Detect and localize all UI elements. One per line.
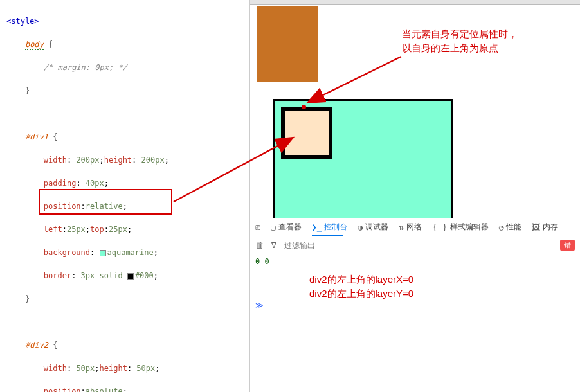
annotation-layerxy: div2的左上角的layerX=0 div2的左上角的layerY=0 <box>309 272 580 301</box>
comment: /* margin: 0px; */ <box>44 63 127 72</box>
tab-performance[interactable]: ◔性能 <box>494 218 527 236</box>
filter-icon: ∇ <box>271 240 276 250</box>
error-badge[interactable]: 错 <box>560 240 575 251</box>
browser-chrome <box>250 0 580 5</box>
browser-panel: 当元素自身有定位属性时， 以自身的左上角为原点 ⎚ ▢查看器 ❯_控制台 ◑调试… <box>249 0 580 392</box>
tab-console[interactable]: ❯_控制台 <box>307 218 353 236</box>
perf-icon: ◔ <box>499 222 504 232</box>
tab-inspector[interactable]: ▢查看器 <box>266 218 307 236</box>
devtools-panel: ⎚ ▢查看器 ❯_控制台 ◑调试器 ⇅网络 { }样式编辑器 ◔性能 🖼内存 🗑… <box>250 218 580 392</box>
div3-box <box>257 6 318 82</box>
inspector-icon: ▢ <box>271 222 276 232</box>
style-icon: { } <box>432 222 447 232</box>
console-icon: ❯_ <box>312 222 322 232</box>
code-editor[interactable]: <style> body { /* margin: 0px; */ } #div… <box>0 0 249 392</box>
debugger-icon: ◑ <box>358 222 363 232</box>
aquamarine-swatch-icon <box>100 250 106 256</box>
picker-icon: ⎚ <box>255 222 260 232</box>
tab-debugger[interactable]: ◑调试器 <box>352 218 394 236</box>
tab-style-editor[interactable]: { }样式编辑器 <box>427 218 493 236</box>
filter-input[interactable] <box>284 241 477 250</box>
body-selector: body <box>25 40 44 50</box>
network-icon: ⇅ <box>399 222 404 232</box>
annotation-positioning: 当元素自身有定位属性时， 以自身的左上角为原点 <box>402 27 518 55</box>
console-output: 0 0 <box>250 254 580 269</box>
origin-dot <box>302 105 306 109</box>
tab-memory[interactable]: 🖼内存 <box>527 218 563 236</box>
div2-selector: #div2 <box>25 341 48 350</box>
devtools-tab-bar: ⎚ ▢查看器 ❯_控制台 ◑调试器 ⇅网络 { }样式编辑器 ◔性能 🖼内存 <box>250 218 580 236</box>
console-toolbar: 🗑 ∇ 错 <box>250 236 580 254</box>
trash-icon[interactable]: 🗑 <box>255 240 264 250</box>
tab-network[interactable]: ⇅网络 <box>394 218 427 236</box>
div1-box <box>273 99 453 218</box>
black-swatch-icon <box>127 273 134 280</box>
memory-icon: 🖼 <box>532 222 540 232</box>
devtools-pick-element[interactable]: ⎚ <box>250 218 266 236</box>
div2-box <box>281 107 332 159</box>
div1-selector: #div1 <box>25 132 48 141</box>
